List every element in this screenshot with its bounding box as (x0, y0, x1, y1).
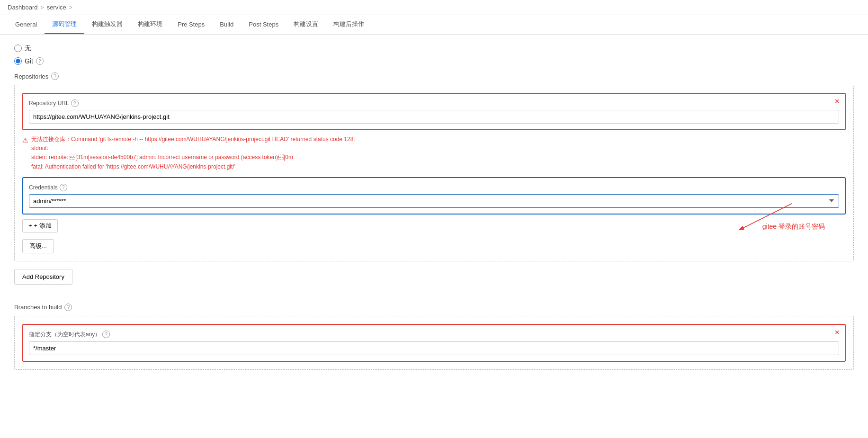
credentials-select[interactable]: admin/****** (29, 194, 839, 208)
breadcrumb-dashboard[interactable]: Dashboard (8, 4, 38, 11)
repositories-help-icon[interactable]: ? (51, 72, 59, 80)
branch-close-icon[interactable]: ✕ (834, 329, 840, 336)
repo-url-close-icon[interactable]: ✕ (834, 98, 840, 105)
advanced-label: 高级... (29, 242, 47, 250)
error-block: ⚠ 无法连接仓库：Command 'git ls-remote -h -- ht… (22, 135, 846, 171)
tab-source-control[interactable]: 源码管理 (45, 15, 84, 34)
branches-dashed-box: ✕ 指定分支（为空时代表any） ? (14, 316, 854, 370)
branches-label: Branches to build ? (14, 304, 854, 311)
credentials-label: Credentials ? (29, 184, 839, 191)
branches-help-icon[interactable]: ? (64, 304, 72, 311)
repo-url-label: Repository URL ? (29, 99, 839, 107)
repositories-label: Repositories ? (14, 72, 854, 80)
branch-box: ✕ 指定分支（为空时代表any） ? (22, 324, 846, 362)
git-help-icon[interactable]: ? (36, 57, 44, 65)
tab-general[interactable]: General (8, 16, 45, 34)
breadcrumb-service[interactable]: service (47, 4, 66, 11)
branch-input[interactable] (29, 341, 839, 355)
add-repository-label: Add Repository (22, 273, 64, 280)
tab-post-build[interactable]: 构建后操作 (326, 15, 372, 34)
radio-git-label: Git (25, 57, 33, 65)
credentials-box: Credentials ? admin/****** (22, 177, 846, 215)
tab-build-env[interactable]: 构建环境 (130, 15, 170, 34)
radio-none[interactable] (14, 45, 22, 52)
repo-url-input[interactable] (29, 110, 839, 124)
add-icon: + (28, 222, 32, 229)
main-content: 无 Git ? Repositories ? ✕ Repository URL … (0, 35, 868, 438)
error-icon: ⚠ (22, 135, 28, 171)
add-repository-button[interactable]: Add Repository (14, 269, 72, 285)
red-annotation: gitee 登录的账号密码 (762, 223, 825, 231)
branch-name-help-icon[interactable]: ? (102, 331, 110, 338)
tab-post-steps[interactable]: Post Steps (241, 16, 286, 34)
repo-config-box: ✕ Repository URL ? ⚠ 无法连接仓库：Command 'git… (14, 85, 854, 261)
error-text: 无法连接仓库：Command 'git ls-remote -h -- http… (31, 135, 846, 171)
breadcrumb-sep2: > (69, 4, 72, 11)
branch-name-label: 指定分支（为空时代表any） ? (29, 331, 839, 339)
add-credentials-button[interactable]: + + 添加 (22, 219, 58, 232)
tab-build[interactable]: Build (212, 16, 241, 34)
tab-build-trigger[interactable]: 构建触发器 (84, 15, 130, 34)
tabs-bar: General 源码管理 构建触发器 构建环境 Pre Steps Build … (0, 15, 868, 35)
tab-pre-steps[interactable]: Pre Steps (170, 16, 212, 34)
breadcrumb-sep1: > (41, 4, 44, 11)
breadcrumb: Dashboard > service > (0, 0, 868, 15)
add-credentials-label: + 添加 (34, 222, 52, 230)
radio-none-row: 无 (14, 44, 854, 53)
radio-none-label: 无 (25, 44, 31, 53)
repo-url-box: ✕ Repository URL ? (22, 93, 846, 130)
repo-url-help-icon[interactable]: ? (71, 99, 79, 107)
tab-build-settings[interactable]: 构建设置 (286, 15, 326, 34)
radio-git-row: Git ? (14, 57, 854, 65)
advanced-button[interactable]: 高级... (22, 239, 54, 253)
branches-section: Branches to build ? ✕ 指定分支（为空时代表any） ? (14, 304, 854, 370)
credentials-help-icon[interactable]: ? (60, 184, 67, 191)
radio-git[interactable] (14, 57, 22, 65)
source-type-group: 无 Git ? (14, 44, 854, 65)
